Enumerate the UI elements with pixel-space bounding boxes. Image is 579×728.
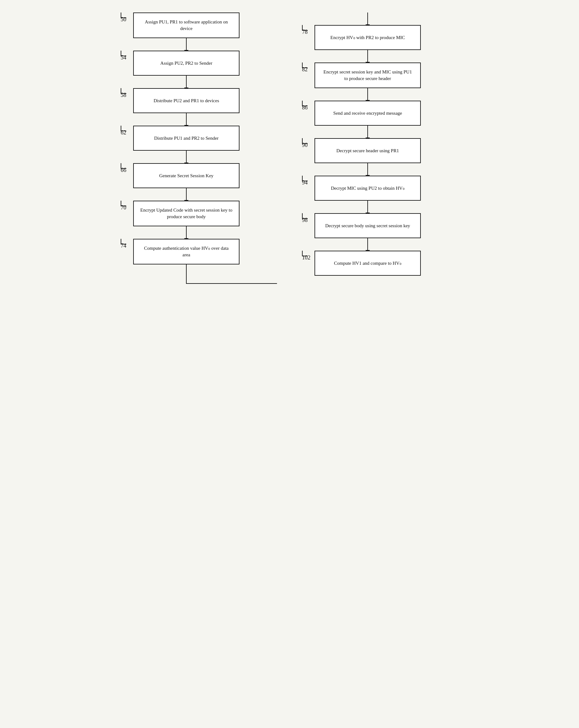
step-wrapper-66: 66Generate Secret Session Key [121,163,277,201]
corner-mark-50 [121,12,126,18]
step-row-66: 66Generate Secret Session Key [121,163,277,188]
arrow-82 [367,88,368,101]
step-wrapper-58: 58Distribute PU2 and PR1 to devices [121,88,277,126]
step-row-90: 90Decrypt secure header using PR1 [302,138,458,163]
arrow-66 [186,188,187,201]
process-box-58: Distribute PU2 and PR1 to devices [133,88,240,113]
process-box-86: Send and receive encrypted message [314,101,421,126]
step-row-70: 70Encrypt Updated Code with secret sessi… [121,201,277,226]
step-row-78: 78Encrypt HV₀ with PR2 to produce MIC [302,25,458,50]
step-wrapper-82: 82Encrypt secret session key and MIC usi… [302,62,458,101]
corner-mark-90 [302,138,308,144]
arrow-94 [367,201,368,213]
step-row-98: 98Decrypt secure body using secret sessi… [302,213,458,238]
process-box-62: Distribute PU1 and PR2 to Sender [133,126,240,151]
process-box-70: Encrypt Updated Code with secret session… [133,201,240,226]
entry-v-line [367,12,368,25]
step-row-82: 82Encrypt secret session key and MIC usi… [302,62,458,88]
bottom-h-line-wrap [121,283,277,284]
left-column: 50Assign PU1, PR1 to software applicatio… [121,12,277,284]
corner-mark-54 [121,51,126,56]
corner-mark-66 [121,163,126,169]
process-box-98: Decrypt secure body using secret session… [314,213,421,238]
arrow-98 [367,238,368,251]
arrow-54 [186,76,187,88]
step-wrapper-98: 98Decrypt secure body using secret sessi… [302,213,458,251]
step-wrapper-74: 74Compute authentication value HV₀ over … [121,239,277,264]
corner-mark-94 [302,176,308,181]
process-box-82: Encrypt secret session key and MIC using… [314,62,421,88]
step-row-86: 86Send and receive encrypted message [302,101,458,126]
step-row-58: 58Distribute PU2 and PR1 to devices [121,88,277,113]
arrow-58 [186,113,187,126]
step-wrapper-54: 54Assign PU2, PR2 to Sender [121,51,277,88]
step-row-54: 54Assign PU2, PR2 to Sender [121,51,277,76]
corner-mark-78 [302,25,308,31]
process-box-54: Assign PU2, PR2 to Sender [133,51,240,76]
corner-mark-58 [121,88,126,94]
step-row-94: 94Decrypt MIC using PU2 to obtain HV₀ [302,176,458,201]
process-box-94: Decrypt MIC using PU2 to obtain HV₀ [314,176,421,201]
step-row-102: 102Compute HV1 and compare to HV₀ [302,251,458,276]
bottom-exit-line [121,264,277,283]
arrow-50 [186,38,187,51]
corner-mark-82 [302,62,308,68]
step-wrapper-86: 86Send and receive encrypted message [302,101,458,138]
right-entry-connector [302,12,458,25]
step-row-62: 62Distribute PU1 and PR2 to Sender [121,126,277,151]
arrow-70 [186,226,187,239]
bottom-h-line [186,283,277,284]
step-row-74: 74Compute authentication value HV₀ over … [121,239,277,264]
process-box-74: Compute authentication value HV₀ over da… [133,239,240,264]
step-wrapper-94: 94Decrypt MIC using PU2 to obtain HV₀ [302,176,458,213]
arrow-62 [186,151,187,163]
corner-mark-62 [121,126,126,131]
flowchart-container: 50Assign PU1, PR1 to software applicatio… [19,12,560,284]
arrow-90 [367,163,368,176]
corner-mark-98 [302,213,308,219]
step-row-50: 50Assign PU1, PR1 to software applicatio… [121,12,277,38]
process-box-66: Generate Secret Session Key [133,163,240,188]
step-wrapper-50: 50Assign PU1, PR1 to software applicatio… [121,12,277,51]
step-wrapper-102: 102Compute HV1 and compare to HV₀ [302,251,458,276]
corner-mark-70 [121,201,126,206]
right-column: 78Encrypt HV₀ with PR2 to produce MIC82E… [302,12,458,284]
step-wrapper-62: 62Distribute PU1 and PR2 to Sender [121,126,277,163]
bottom-v-line [186,264,187,283]
step-wrapper-70: 70Encrypt Updated Code with secret sessi… [121,201,277,239]
arrow-86 [367,126,368,138]
process-box-102: Compute HV1 and compare to HV₀ [314,251,421,276]
step-wrapper-90: 90Decrypt secure header using PR1 [302,138,458,176]
corner-mark-74 [121,239,126,244]
process-box-50: Assign PU1, PR1 to software application … [133,12,240,38]
step-wrapper-78: 78Encrypt HV₀ with PR2 to produce MIC [302,25,458,62]
corner-mark-102 [302,251,308,256]
process-box-78: Encrypt HV₀ with PR2 to produce MIC [314,25,421,50]
corner-mark-86 [302,101,308,106]
process-box-90: Decrypt secure header using PR1 [314,138,421,163]
arrow-78 [367,50,368,62]
